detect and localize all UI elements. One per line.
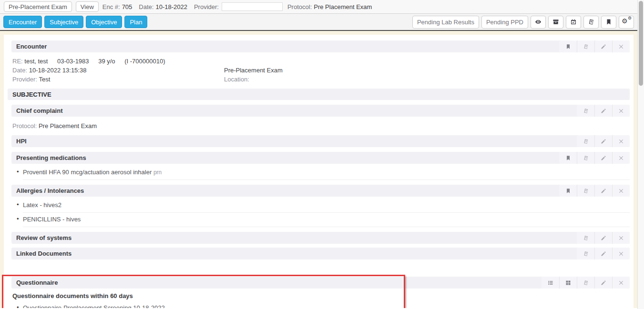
encounter-exam-type: Pre-Placement Exam: [224, 67, 630, 74]
ros-header-actions: [577, 232, 630, 244]
scrollbar-thumb[interactable]: [639, 1, 643, 86]
edit-button[interactable]: [594, 135, 612, 147]
pencil-icon: [601, 280, 606, 286]
remove-button[interactable]: [612, 105, 630, 117]
linked-documents-header: Linked Documents: [11, 248, 630, 259]
grid-icon: [565, 280, 571, 286]
close-icon: [618, 139, 624, 144]
encounter-header-actions: [559, 40, 630, 52]
provider-input[interactable]: [222, 2, 283, 11]
book-button[interactable]: [577, 135, 594, 147]
edit-button[interactable]: [594, 248, 612, 259]
remove-button[interactable]: [612, 248, 630, 259]
chief-complaint-header-actions: [577, 105, 630, 117]
questionnaire-title: Questionnaire: [16, 279, 58, 286]
eye-button[interactable]: [531, 16, 546, 29]
nav-objective-button[interactable]: Objective: [86, 16, 122, 28]
patient-line: RE: test, test 03-03-1983 39 y/o (I -700…: [12, 57, 630, 66]
book-button[interactable]: [577, 185, 594, 197]
medications-header: Presenting medications: [11, 152, 630, 164]
book-icon: [583, 235, 589, 241]
book-icon: [583, 280, 589, 286]
bookmark-button[interactable]: [559, 40, 577, 52]
cc-protocol-label: Protocol:: [12, 122, 37, 130]
hpi-header-actions: [577, 135, 630, 147]
grid-view-button[interactable]: [559, 277, 577, 289]
book-button[interactable]: [577, 40, 594, 52]
book-icon: [583, 188, 589, 194]
book-icon: [583, 155, 589, 161]
encounter-provider-label: Provider:: [12, 76, 37, 83]
questionnaire-document-link[interactable]: Questionnaire-Preplacement Screening 10-…: [23, 301, 630, 308]
nav-encounter-button[interactable]: Encounter: [3, 16, 42, 28]
bookmark-button[interactable]: [601, 16, 616, 29]
edit-button[interactable]: [594, 105, 612, 117]
book-button[interactable]: [577, 152, 594, 164]
encounter-datetime: 10-18-2022 13:15:38: [29, 67, 87, 74]
pending-lab-results-button[interactable]: Pending Lab Results: [412, 16, 479, 29]
encounter-location-label: Location:: [224, 76, 630, 83]
nav-plan-button[interactable]: Plan: [124, 16, 147, 28]
remove-button[interactable]: [612, 135, 630, 147]
encounter-date-label: Date:: [12, 67, 27, 74]
nav-toolbar: Encounter Subjective Objective Plan Pend…: [0, 14, 637, 31]
pending-ppd-button[interactable]: Pending PPD: [481, 16, 528, 29]
book-icon: [583, 139, 589, 144]
edit-button[interactable]: [594, 232, 612, 244]
re-label: RE:: [12, 58, 23, 65]
section-chief-complaint: Chief complaint Protocol: Pre Placement …: [11, 105, 630, 131]
edit-button[interactable]: [594, 152, 612, 164]
remove-button[interactable]: [612, 185, 630, 197]
edit-button[interactable]: [594, 277, 612, 289]
book-icon: [588, 19, 594, 25]
bookmark-icon: [605, 19, 612, 25]
protocol-label: Protocol:: [287, 3, 312, 10]
book-button[interactable]: [577, 248, 594, 259]
calendar-check-icon: [570, 19, 577, 25]
book-button[interactable]: [583, 16, 599, 29]
section-medications: Presenting medications Proventil HFA 90 …: [11, 152, 630, 182]
pencil-icon: [601, 139, 606, 144]
allergies-header: Allergies / Intolerances: [11, 185, 630, 197]
eye-icon: [535, 19, 542, 25]
edit-button[interactable]: [594, 40, 612, 52]
book-button[interactable]: [577, 277, 594, 289]
enc-number-label: Enc #:: [102, 3, 120, 10]
protocol-value: Pre Placement Exam: [314, 3, 372, 10]
pencil-icon: [601, 188, 606, 194]
gears-button[interactable]: ⚙⚙: [619, 16, 634, 29]
view-button[interactable]: View: [76, 1, 99, 12]
edit-button[interactable]: [594, 185, 612, 197]
archive-icon: [552, 19, 559, 25]
book-button[interactable]: [577, 105, 594, 117]
note-card: Encounter RE: test, test 03-03-1983: [4, 35, 634, 308]
patient-id: (I -700000010): [124, 58, 165, 65]
questionnaire-header: Questionnaire: [11, 277, 630, 289]
close-icon: [618, 251, 624, 257]
vertical-scrollbar[interactable]: [637, 0, 644, 309]
close-icon: [618, 44, 624, 50]
book-button[interactable]: [577, 232, 594, 244]
remove-button[interactable]: [612, 152, 630, 164]
close-icon: [618, 108, 624, 114]
nav-buttons: Encounter Subjective Objective Plan: [3, 16, 147, 28]
bookmark-button[interactable]: [559, 185, 577, 197]
remove-button[interactable]: [612, 277, 630, 289]
linked-documents-header-actions: [577, 248, 630, 259]
medications-title: Presenting medications: [16, 154, 86, 161]
allergy-item: Latex - hives2: [23, 199, 630, 213]
medication-sig: prn: [153, 169, 162, 176]
archive-button[interactable]: [548, 16, 563, 29]
allergies-list: Latex - hives2 PENICILLINS - hives: [11, 199, 630, 229]
pencil-icon: [601, 44, 606, 50]
medications-list: Proventil HFA 90 mcg/actuation aerosol i…: [11, 166, 630, 182]
bookmark-button[interactable]: [559, 152, 577, 164]
exam-type-button[interactable]: Pre-Placement Exam: [4, 1, 72, 12]
list-view-button[interactable]: [542, 277, 559, 289]
encounter-title: Encounter: [16, 43, 47, 50]
calendar-button[interactable]: [566, 16, 581, 29]
remove-button[interactable]: [612, 40, 630, 52]
remove-button[interactable]: [612, 232, 630, 244]
date-value: 10-18-2022: [155, 3, 187, 10]
nav-subjective-button[interactable]: Subjective: [44, 16, 83, 28]
